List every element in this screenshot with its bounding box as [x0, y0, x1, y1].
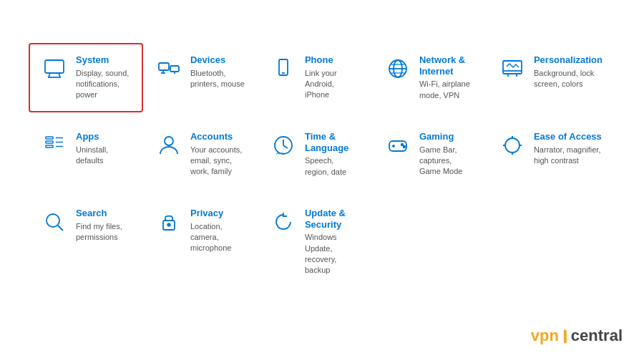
ease-title: Ease of Access	[534, 131, 602, 142]
time-text: Time & Language Speech, region, date	[305, 131, 359, 178]
devices-title: Devices	[190, 54, 245, 66]
system-subtitle: Display, sound, notifications, power	[76, 68, 130, 101]
apps-text: Apps Uninstall, defaults	[76, 131, 130, 166]
privacy-title: Privacy	[190, 208, 245, 219]
apps-subtitle: Uninstall, defaults	[76, 145, 130, 167]
apps-icon	[42, 132, 67, 158]
system-text: System Display, sound, notifications, po…	[76, 54, 130, 101]
settings-grid: System Display, sound, notifications, po…	[0, 0, 644, 302]
svg-point-44	[167, 223, 170, 226]
svg-rect-5	[170, 66, 179, 72]
svg-text:A→: A→	[276, 150, 285, 155]
accounts-icon	[156, 132, 182, 158]
svg-rect-0	[45, 60, 64, 73]
personalization-text: Personalization Background, lock screen,…	[534, 54, 602, 90]
phone-icon	[270, 56, 296, 82]
svg-rect-21	[46, 141, 53, 143]
settings-item-devices[interactable]: Devices Bluetooth, printers, mouse	[143, 43, 258, 112]
svg-point-36	[505, 138, 519, 153]
time-title: Time & Language	[305, 131, 359, 153]
svg-line-2	[59, 73, 60, 77]
devices-subtitle: Bluetooth, printers, mouse	[190, 68, 245, 90]
phone-title: Phone	[305, 54, 359, 66]
gaming-icon	[385, 132, 411, 158]
monitor-icon	[42, 56, 67, 82]
settings-item-search[interactable]: Search Find my files, permissions	[29, 196, 143, 288]
network-text: Network & Internet Wi-Fi, airplane mode,…	[419, 54, 474, 101]
time-icon: A→	[270, 132, 296, 158]
phone-subtitle: Link your Android, iPhone	[305, 68, 359, 101]
vpn-text: vpn	[531, 326, 559, 345]
gaming-subtitle: Game Bar, captures, Game Mode	[419, 145, 474, 178]
svg-point-26	[165, 137, 173, 145]
phone-text: Phone Link your Android, iPhone	[305, 54, 359, 101]
devices-text: Devices Bluetooth, printers, mouse	[190, 54, 245, 90]
settings-item-privacy[interactable]: Privacy Location, camera, microphone	[143, 196, 258, 288]
search-title: Search	[76, 208, 130, 219]
privacy-text: Privacy Location, camera, microphone	[190, 208, 245, 254]
settings-item-gaming[interactable]: Gaming Game Bar, captures, Game Mode	[372, 120, 487, 189]
svg-rect-4	[159, 63, 169, 70]
settings-item-personalization[interactable]: Personalization Background, lock screen,…	[487, 43, 615, 112]
update-icon	[270, 209, 296, 235]
personalization-subtitle: Background, lock screen, colors	[534, 68, 602, 90]
system-title: System	[76, 54, 130, 66]
ease-icon	[499, 132, 525, 158]
network-subtitle: Wi-Fi, airplane mode, VPN	[419, 79, 474, 101]
svg-line-1	[49, 73, 50, 77]
settings-item-system[interactable]: System Display, sound, notifications, po…	[29, 43, 143, 112]
settings-item-accounts[interactable]: Accounts Your accounts, email, sync, wor…	[143, 120, 258, 189]
time-subtitle: Speech, region, date	[305, 155, 359, 178]
settings-item-time[interactable]: A→ Time & Language Speech, region, date	[258, 120, 372, 189]
settings-item-update[interactable]: Update & Security Windows Update, recove…	[258, 196, 372, 288]
separator-icon: ❙	[560, 328, 570, 344]
svg-rect-22	[46, 145, 53, 147]
settings-item-ease[interactable]: Ease of Access Narrator, magnifier, high…	[487, 120, 615, 189]
settings-item-network[interactable]: Network & Internet Wi-Fi, airplane mode,…	[372, 43, 487, 112]
network-icon	[385, 56, 411, 82]
update-subtitle: Windows Update, recovery, backup	[305, 232, 359, 276]
update-title: Update & Security	[305, 208, 359, 230]
gaming-text: Gaming Game Bar, captures, Game Mode	[419, 131, 474, 178]
search-subtitle: Find my files, permissions	[76, 221, 130, 243]
settings-item-phone[interactable]: Phone Link your Android, iPhone	[258, 43, 372, 112]
personalization-icon	[499, 56, 525, 82]
central-text: central	[571, 326, 623, 345]
settings-item-apps[interactable]: Apps Uninstall, defaults	[29, 120, 143, 189]
svg-line-42	[57, 225, 63, 231]
personalization-title: Personalization	[534, 54, 602, 66]
search-text: Search Find my files, permissions	[76, 208, 130, 243]
apps-title: Apps	[76, 131, 130, 142]
accounts-subtitle: Your accounts, email, sync, work, family	[190, 145, 245, 178]
accounts-title: Accounts	[190, 131, 245, 142]
ease-text: Ease of Access Narrator, magnifier, high…	[534, 131, 602, 166]
gaming-title: Gaming	[419, 131, 474, 142]
network-title: Network & Internet	[419, 54, 474, 77]
svg-rect-20	[46, 137, 53, 139]
search-icon	[42, 209, 67, 235]
svg-line-29	[283, 145, 288, 148]
update-text: Update & Security Windows Update, recove…	[305, 208, 359, 276]
accounts-text: Accounts Your accounts, email, sync, wor…	[190, 131, 245, 178]
ease-subtitle: Narrator, magnifier, high contrast	[534, 145, 602, 167]
svg-point-34	[401, 143, 403, 145]
privacy-subtitle: Location, camera, microphone	[190, 221, 245, 254]
privacy-icon	[156, 209, 182, 235]
vpncentral-logo: vpn ❙ central	[531, 326, 623, 345]
devices-icon	[156, 56, 182, 82]
svg-point-35	[403, 145, 405, 147]
